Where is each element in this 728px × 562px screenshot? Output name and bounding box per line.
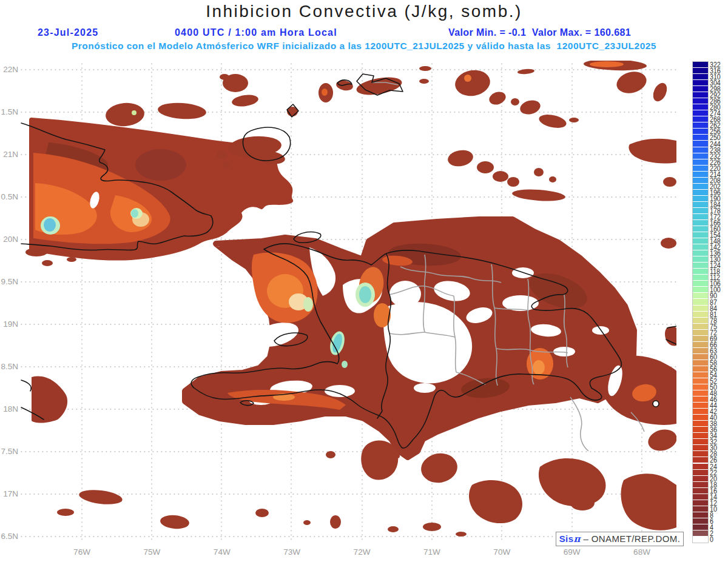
mona-island [653, 401, 659, 407]
colorbar-cell [693, 354, 708, 360]
colorbar-cell [693, 159, 708, 165]
colorbar-cell [693, 512, 708, 518]
lon-tick-label: 71W [423, 547, 440, 557]
lat-tick-label: 21N [3, 150, 18, 159]
colorbar-cell [693, 98, 708, 104]
colorbar-cell [693, 104, 708, 110]
colorbar-cell [693, 372, 708, 378]
colorbar-cell [693, 530, 708, 536]
colorbar-cell [693, 129, 708, 134]
colorbar-cell [693, 445, 708, 450]
colorbar-cell [693, 190, 708, 195]
colorbar-cell [693, 74, 708, 79]
lon-tick-label: 69W [564, 547, 581, 557]
brand-prefix: Sis [559, 534, 574, 544]
colorbar-cell [693, 269, 708, 274]
colorbar-tick-label: 0 [710, 537, 713, 543]
lon-tick-label: 76W [73, 547, 90, 557]
colorbar-cell [693, 208, 708, 213]
colorbar-cell [693, 494, 708, 500]
colorbar-cell [693, 202, 708, 207]
date-label: 23-Jul-2025 [38, 27, 98, 38]
lon-tick-label: 72W [354, 547, 371, 557]
colorbar-cell [693, 80, 708, 85]
colorbar-cell [693, 141, 708, 146]
lon-tick-label: 75W [143, 547, 160, 557]
colorbar-cell [693, 500, 708, 506]
lon-tick-label: 73W [283, 547, 300, 557]
lat-tick-label: 17N [3, 489, 18, 498]
colorbar-cell [693, 524, 708, 530]
colorbar-cell [693, 378, 708, 384]
colorbar-cell [693, 366, 708, 372]
colorbar-cell [693, 360, 708, 366]
lat-tick-label: 20N [3, 235, 18, 244]
lon-tick-label: 74W [214, 547, 231, 557]
colorbar-cell [693, 433, 708, 438]
colorbar-cell [693, 415, 708, 420]
colorbar-cell [693, 451, 708, 457]
colorbar-cell [693, 184, 708, 189]
colorbar-cell [693, 275, 708, 280]
colorbar-cell [693, 299, 708, 304]
model-subtitle: Pronóstico con el Modelo Atmósferico WRF… [0, 41, 728, 52]
colorbar-cell [693, 427, 708, 432]
minmax-label: Valor Min. = -0.1 Valor Max. = 160.681 [448, 27, 631, 38]
lat-tick-label: 22N [3, 65, 18, 74]
colorbar-cell [693, 421, 708, 426]
colorbar-cell [693, 348, 708, 353]
colorbar-cell [693, 244, 708, 250]
map-svg [0, 0, 728, 562]
colorbar-cell [693, 110, 708, 116]
lat-tick-label: 1.5N [1, 107, 18, 116]
colorbar-cell [693, 92, 708, 98]
colorbar-cell [693, 342, 708, 347]
colorbar-cell [693, 263, 708, 268]
colorbar-cell [693, 518, 708, 524]
watermark: Sisπ – ONAMET/REP.DOM. [556, 532, 684, 546]
colorbar-cell [693, 409, 708, 414]
colorbar-cell [693, 312, 708, 317]
lon-tick-label: 68W [633, 547, 650, 557]
colorbar-cell [693, 256, 708, 262]
colorbar-cell [693, 214, 708, 219]
watermark-org: ONAMET/REP.DOM. [592, 534, 681, 544]
colorbar-cell [693, 166, 708, 171]
colorbar-cell [693, 172, 708, 177]
colorbar-cell [693, 238, 708, 244]
colorbar-cell [693, 122, 708, 128]
colorbar-cell [693, 336, 708, 341]
colorbar-cell [693, 318, 708, 323]
colorbar-cell [693, 306, 708, 311]
colorbar-cell [693, 116, 708, 122]
lat-tick-label: 9.5N [1, 277, 18, 286]
colorbar-cell [693, 135, 708, 140]
colorbar-cell [693, 147, 708, 153]
lat-tick-label: 18N [3, 404, 18, 413]
colorbar-cell [693, 220, 708, 226]
colorbar-cell [693, 293, 708, 298]
colorbar-cell [693, 62, 708, 67]
colorbar-cell [693, 384, 708, 390]
colorbar-cell [693, 196, 708, 201]
colorbar-cell [693, 403, 708, 408]
colorbar-cell [693, 482, 708, 487]
time-label: 0400 UTC / 1:00 am Hora Local [175, 27, 337, 38]
page-title: Inhibicion Convectiva (J/kg, somb.) [0, 2, 728, 21]
colorbar-cell [693, 86, 708, 92]
colorbar-cell [693, 396, 708, 402]
colorbar-cell [693, 470, 708, 475]
watermark-separator: – [581, 534, 592, 544]
colorbar-cell [693, 476, 708, 481]
colorbar-cell [693, 457, 708, 463]
colorbar-cell [693, 506, 708, 512]
colorbar-cell [693, 537, 708, 542]
lon-axis: 76W75W74W73W72W71W70W69W68W [0, 547, 728, 561]
colorbar-cell [693, 330, 708, 335]
lon-tick-label: 70W [493, 547, 510, 557]
lat-tick-label: 0.5N [1, 192, 18, 201]
colorbar-cell [693, 250, 708, 256]
lat-tick-label: 8.5N [1, 362, 18, 371]
colorbar-cell [693, 232, 708, 238]
lat-axis: 22N1.5N21N0.5N20N9.5N19N8.5N18N7.5N17N6.… [0, 0, 20, 562]
